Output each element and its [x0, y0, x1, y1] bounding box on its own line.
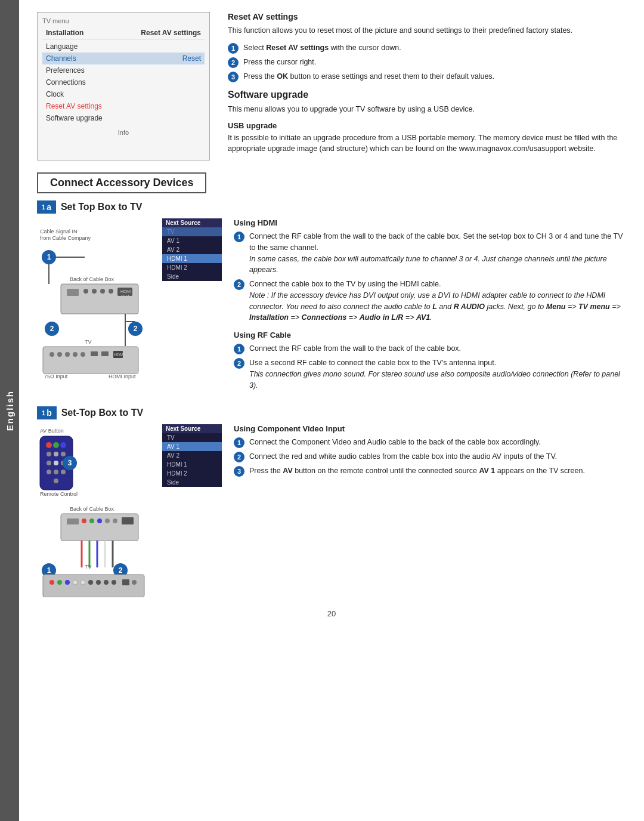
svg-point-48	[61, 470, 66, 474]
rf-steps: 1 Connect the RF cable from the wall to …	[234, 343, 626, 391]
svg-rect-82	[122, 579, 129, 585]
svg-rect-8	[67, 289, 79, 296]
software-body: This menu allows you to upgrade your TV …	[228, 104, 626, 115]
rf-step-2: 2 Use a second RF cable to connect the c…	[234, 357, 626, 391]
svg-text:75Ω Input: 75Ω Input	[44, 374, 68, 379]
tv-menu-header-row: Installation Reset AV settings	[42, 27, 205, 39]
svg-point-44	[54, 461, 58, 465]
svg-rect-72	[43, 575, 144, 597]
svg-point-81	[112, 580, 116, 585]
svg-text:AV Button: AV Button	[40, 428, 64, 434]
next-source-panel-1b: Next Source TV AV 1 AV 2 HDMI 1 HDMI 2 S…	[162, 424, 222, 487]
svg-point-43	[47, 461, 51, 465]
top-section: TV menu Installation Reset AV settings L…	[37, 12, 626, 161]
svg-rect-56	[82, 518, 86, 523]
svg-rect-26	[101, 351, 109, 356]
language-sidebar: English	[0, 0, 19, 821]
svg-text:Back of Cable Box: Back of Cable Box	[70, 506, 114, 512]
svg-point-75	[65, 580, 70, 585]
svg-rect-61	[122, 517, 134, 524]
svg-point-76	[73, 580, 78, 585]
svg-rect-59	[105, 518, 110, 523]
rf-step-num-2: 2	[234, 358, 244, 369]
svg-point-46	[47, 470, 51, 474]
svg-rect-57	[89, 518, 94, 523]
diagram-1a: Next Source TV AV 1 AV 2 HDMI 1 HDMI 2 S…	[37, 218, 222, 385]
diagram-1b: Next Source TV AV 1 AV 2 HDMI 1 HDMI 2 S…	[37, 424, 222, 597]
svg-point-80	[104, 580, 109, 585]
hdmi-step-num-2: 2	[234, 279, 244, 290]
cable-svg-1b: AV Button	[37, 424, 156, 597]
svg-point-37	[46, 442, 52, 448]
svg-point-22	[65, 352, 70, 357]
component-step-3: 3 Press the AV button on the remote cont…	[234, 465, 626, 477]
hdmi-step-num-1: 1	[234, 232, 244, 242]
svg-point-39	[60, 442, 66, 448]
svg-point-40	[47, 452, 51, 456]
svg-text:HDMI: HDMI	[114, 353, 125, 357]
rf-step-1: 1 Connect the RF cable from the wall to …	[234, 343, 626, 354]
section-1a: 1a Set Top Box to TV Next Source TV AV 1…	[37, 200, 626, 394]
svg-rect-60	[113, 518, 117, 523]
comp-step-num-2: 2	[234, 452, 244, 462]
next-source-list-1b: TV AV 1 AV 2 HDMI 1 HDMI 2 Side	[162, 433, 222, 487]
reset-av-body: This function allows you to reset most o…	[228, 25, 626, 36]
svg-point-41	[54, 452, 58, 456]
tv-menu-row-clock: Clock	[42, 88, 205, 100]
component-step-2: 2 Connect the red and white audio cables…	[234, 451, 626, 462]
svg-point-20	[49, 352, 54, 357]
using-hdmi-heading: Using HDMI	[234, 218, 626, 227]
reset-step-1: 1 Select Reset AV settings with the curs…	[228, 42, 626, 54]
svg-text:TV: TV	[85, 564, 92, 570]
svg-point-23	[73, 352, 78, 357]
svg-point-47	[54, 470, 58, 474]
usb-heading: USB upgrade	[228, 121, 626, 130]
tv-menu-title: TV menu	[42, 17, 205, 24]
svg-point-49	[54, 479, 58, 483]
next-source-title: Next Source	[162, 218, 222, 227]
tv-menu-info: Info	[42, 129, 205, 136]
svg-point-74	[57, 580, 62, 585]
svg-text:1: 1	[47, 566, 51, 575]
step-num-3: 3	[228, 72, 239, 82]
section-1b: 1b Set-Top Box to TV Next Source TV AV 1…	[37, 406, 626, 597]
svg-text:2: 2	[119, 566, 123, 575]
step-num-1: 1	[228, 43, 239, 54]
instructions-1b: Using Component Video Input 1 Connect th…	[234, 424, 626, 597]
using-rf-heading: Using RF Cable	[234, 331, 626, 339]
reset-step-3: 3 Press the OK button to erase settings …	[228, 71, 626, 82]
svg-point-79	[96, 580, 101, 585]
component-steps: 1 Connect the Component Video and Audio …	[234, 437, 626, 477]
instructions-1a: Using HDMI 1 Connect the RF cable from t…	[234, 218, 626, 394]
svg-text:TV: TV	[85, 339, 92, 345]
step-1a-label: 1a	[37, 200, 56, 214]
reset-av-heading: Reset AV settings	[228, 12, 626, 21]
hdmi-steps: 1 Connect the RF cable from the wall to …	[234, 231, 626, 323]
next-source-list: TV AV 1 AV 2 HDMI 1 HDMI 2 Side	[162, 227, 222, 281]
tv-menu-row-channels: ChannelsReset	[42, 53, 205, 64]
svg-point-78	[88, 580, 93, 585]
step-1b-label: 1b	[37, 406, 57, 419]
svg-text:Remote Control: Remote Control	[40, 491, 78, 497]
svg-text:1: 1	[47, 253, 51, 261]
svg-point-21	[57, 352, 62, 357]
hdmi-step-2: 2 Connect the cable box to the TV by usi…	[234, 279, 626, 323]
step-1b-title: Set-Top Box to TV	[61, 408, 143, 418]
usb-body: It is possible to initiate an upgrade pr…	[228, 132, 626, 155]
svg-rect-12	[109, 289, 113, 294]
svg-point-38	[53, 442, 59, 448]
next-source-panel: Next Source TV AV 1 AV 2 HDMI 1 HDMI 2 S…	[162, 218, 222, 281]
svg-point-24	[80, 352, 85, 357]
svg-rect-55	[67, 518, 79, 524]
component-heading: Using Component Video Input	[234, 424, 626, 433]
step-1b-title-row: 1b Set-Top Box to TV	[37, 406, 626, 419]
right-text-area: Reset AV settings This function allows y…	[228, 12, 626, 161]
svg-text:Cable Signal IN: Cable Signal IN	[40, 229, 78, 234]
page-number: 20	[37, 609, 626, 618]
svg-point-77	[80, 580, 85, 585]
svg-point-83	[132, 580, 137, 585]
svg-text:2: 2	[50, 325, 54, 333]
next-source-title-1b: Next Source	[162, 424, 222, 433]
svg-text:HDMI: HDMI	[120, 289, 131, 294]
section-1a-content: Next Source TV AV 1 AV 2 HDMI 1 HDMI 2 S…	[37, 218, 626, 394]
